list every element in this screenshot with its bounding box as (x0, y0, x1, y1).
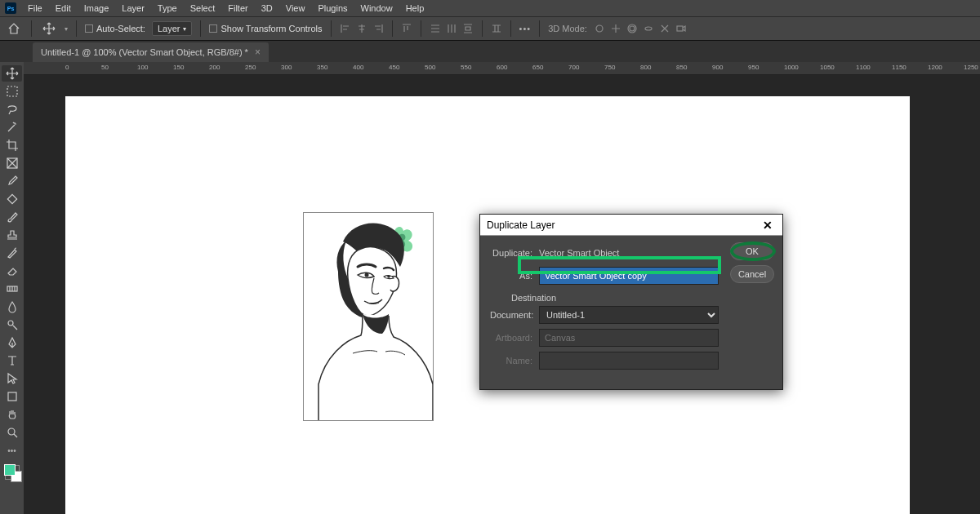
tab-title: Untitled-1 @ 100% (Vector Smart Object, … (41, 47, 248, 57)
home-button[interactable] (5, 20, 23, 38)
duplicate-value: Vector Smart Object (539, 248, 619, 258)
menu-view[interactable]: View (279, 3, 312, 13)
move-tool[interactable] (2, 65, 22, 82)
ruler-tick: 900 (712, 64, 723, 71)
svg-rect-6 (7, 194, 16, 203)
pan-icon[interactable] (610, 23, 621, 34)
document-label: Document: (490, 310, 539, 320)
ruler-tick: 600 (497, 64, 507, 71)
divider (200, 20, 201, 37)
more-options-icon[interactable]: ••• (519, 24, 532, 33)
distribute-space-icon[interactable] (462, 23, 474, 34)
artwork-smart-object[interactable] (303, 212, 434, 421)
menu-image[interactable]: Image (78, 3, 116, 13)
auto-select-checkbox[interactable]: Auto-Select: (85, 24, 145, 33)
rotate3d-icon[interactable] (643, 23, 654, 34)
camera-icon[interactable] (675, 23, 687, 34)
marquee-tool[interactable] (2, 83, 22, 100)
orbit-icon[interactable] (594, 23, 605, 34)
document-tab[interactable]: Untitled-1 @ 100% (Vector Smart Object, … (33, 42, 269, 62)
menu-filter[interactable]: Filter (221, 3, 254, 13)
ruler-tick: 650 (532, 64, 543, 71)
dialog-title: Duplicate Layer (487, 219, 555, 231)
edit-toolbar[interactable]: ••• (2, 442, 22, 459)
ruler-tick: 200 (209, 64, 220, 71)
close-icon[interactable]: ✕ (760, 219, 776, 232)
menu-edit[interactable]: Edit (49, 3, 78, 13)
distribute-h-icon[interactable] (446, 23, 457, 34)
ruler-tick: 300 (281, 64, 292, 71)
show-transform-checkbox[interactable]: Show Transform Controls (209, 24, 322, 33)
dialog-titlebar[interactable]: Duplicate Layer ✕ (480, 215, 782, 236)
scale3d-icon[interactable] (659, 23, 670, 34)
svg-point-1 (630, 26, 635, 31)
artboard-label: Artboard: (490, 333, 539, 343)
ruler-tick: 1100 (856, 64, 871, 71)
gradient-tool[interactable] (2, 281, 22, 297)
align-center-h-icon[interactable] (356, 23, 368, 34)
align-to-group (491, 23, 502, 34)
path-select-tool[interactable] (2, 370, 22, 387)
document-select[interactable]: Untitled-1 (539, 306, 719, 324)
wand-tool[interactable] (2, 119, 22, 135)
eyedropper-tool[interactable] (2, 173, 22, 189)
align-left-icon[interactable] (340, 23, 351, 34)
align-top-icon[interactable] (401, 23, 412, 34)
color-swatch[interactable] (5, 465, 20, 480)
ruler-tick: 1050 (820, 64, 835, 71)
stamp-tool[interactable] (2, 227, 22, 243)
history-brush-tool[interactable] (2, 245, 22, 261)
menu-window[interactable]: Window (354, 3, 399, 13)
align-to-icon[interactable] (491, 23, 502, 34)
menu-layer[interactable]: Layer (115, 3, 151, 13)
cancel-button[interactable]: Cancel (730, 265, 774, 283)
mode3d-icons-group (594, 23, 687, 34)
svg-point-10 (8, 428, 15, 435)
duplicate-label: Duplicate: (490, 248, 539, 258)
document-tab-bar: Untitled-1 @ 100% (Vector Smart Object, … (0, 41, 980, 62)
as-input[interactable] (539, 267, 719, 285)
menu-type[interactable]: Type (151, 3, 184, 13)
shape-tool[interactable] (2, 388, 22, 405)
ruler-tick: 800 (640, 64, 651, 71)
ruler-tick: 450 (389, 64, 399, 71)
svg-rect-3 (677, 26, 683, 31)
eraser-tool[interactable] (2, 263, 22, 279)
auto-select-target-dropdown[interactable]: Layer ▾ (152, 21, 193, 36)
healing-tool[interactable] (2, 191, 22, 207)
align-right-icon[interactable] (372, 23, 384, 34)
ruler-tick: 1150 (892, 64, 906, 71)
ok-button[interactable]: OK (730, 242, 774, 260)
ruler-tick: 1000 (784, 64, 799, 71)
tab-close-icon[interactable]: × (255, 47, 261, 58)
photoshop-icon: Ps (5, 2, 16, 14)
type-tool[interactable] (2, 352, 22, 369)
divider (331, 20, 332, 37)
ruler-tick: 50 (101, 64, 109, 71)
crop-tool[interactable] (2, 137, 22, 153)
ruler-tick: 550 (461, 64, 471, 71)
lasso-tool[interactable] (2, 101, 22, 117)
ruler-tick: 350 (317, 64, 327, 71)
dolly-icon[interactable] (626, 23, 638, 34)
menu-select[interactable]: Select (184, 3, 222, 13)
menu-3d[interactable]: 3D (255, 3, 279, 13)
blur-tool[interactable] (2, 299, 22, 315)
zoom-tool[interactable] (2, 424, 22, 441)
frame-tool[interactable] (2, 155, 22, 171)
ruler-tick: 1250 (964, 64, 978, 71)
menu-file[interactable]: File (21, 3, 49, 13)
divider (31, 20, 32, 37)
brush-tool[interactable] (2, 209, 22, 225)
pen-tool[interactable] (2, 335, 22, 351)
dodge-tool[interactable] (2, 317, 22, 333)
svg-rect-4 (7, 86, 17, 96)
menubar: Ps File Edit Image Layer Type Select Fil… (0, 0, 980, 16)
hand-tool[interactable] (2, 406, 22, 423)
menu-help[interactable]: Help (399, 3, 431, 13)
distribute-v-icon[interactable] (430, 23, 441, 34)
menu-plugins[interactable]: Plugins (311, 3, 354, 13)
mode3d-label: 3D Mode: (548, 24, 587, 33)
dropdown-caret-icon[interactable]: ▾ (65, 25, 68, 33)
ruler-tick: 850 (676, 64, 687, 71)
